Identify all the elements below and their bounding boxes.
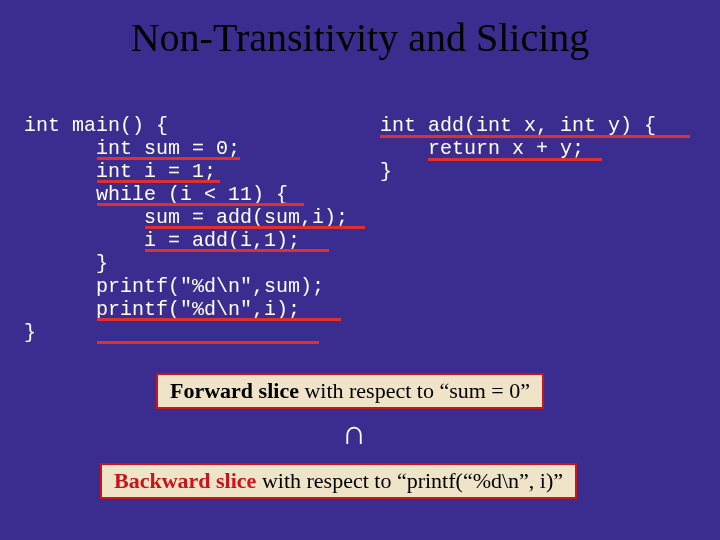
underline <box>97 203 304 206</box>
forward-slice-label-bold: Forward slice <box>170 378 299 403</box>
underline <box>428 158 602 161</box>
forward-slice-label-rest: with respect to “sum = 0” <box>299 378 530 403</box>
underline <box>97 157 240 160</box>
backward-slice-box: Backward slice with respect to “printf(“… <box>100 463 577 499</box>
underline <box>380 135 690 138</box>
code-block-main: int main() { int sum = 0; int i = 1; whi… <box>24 114 348 344</box>
underline <box>145 226 365 229</box>
underline <box>97 318 341 321</box>
backward-slice-label-bold: Backward slice <box>114 468 256 493</box>
page-title: Non-Transitivity and Slicing <box>0 14 720 61</box>
forward-slice-box: Forward slice with respect to “sum = 0” <box>156 373 544 409</box>
underline <box>97 180 220 183</box>
intersection-icon: ∩ <box>342 414 367 452</box>
underline <box>145 249 329 252</box>
backward-slice-label-rest: with respect to “printf(“%d\n”, i)” <box>256 468 563 493</box>
slide-root: Non-Transitivity and Slicing int main() … <box>0 0 720 540</box>
code-block-add: int add(int x, int y) { return x + y; } <box>380 114 662 183</box>
underline <box>97 341 319 344</box>
